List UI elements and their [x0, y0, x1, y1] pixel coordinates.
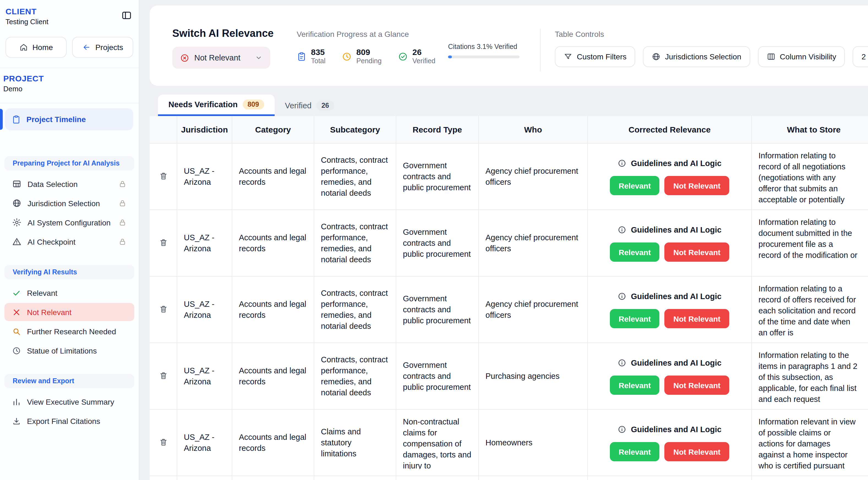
page-size-button[interactable]: 2 [852, 46, 868, 67]
item-label: Export Final Citations [27, 416, 100, 425]
tab-label: Verified [285, 101, 312, 110]
sidebar-item-statue-of-limitations[interactable]: Statue of Limitations [4, 341, 134, 359]
project-header: PROJECT Demo [0, 68, 139, 93]
relevant-button[interactable]: Relevant [610, 442, 660, 461]
sidebar-item-ai-checkpoint[interactable]: AI Checkpoint [4, 233, 134, 251]
not-relevant-button[interactable]: Not Relevant [664, 376, 729, 395]
active-indicator [0, 109, 3, 130]
info-icon [618, 159, 626, 168]
sidebar-item-export-final-citations[interactable]: Export Final Citations [4, 412, 134, 430]
lock-icon [118, 238, 127, 246]
cell-record-type: Non-contractual claims for compensation … [396, 410, 479, 476]
clock-icon [342, 52, 352, 61]
sidebar-item-jurisdiction-selection[interactable]: Jurisdiction Selection [4, 194, 134, 212]
relevant-button[interactable]: Relevant [610, 309, 660, 328]
relevant-button[interactable]: Relevant [610, 242, 660, 262]
divider [540, 29, 540, 71]
relevance-dropdown-value: Not Relevant [194, 53, 241, 62]
item-label: AI Checkpoint [28, 237, 75, 246]
guidelines-link[interactable]: Guidelines and AI Logic [618, 424, 721, 435]
tab-needs-verification[interactable]: Needs Verification 809 [158, 95, 274, 116]
sidebar-item-project-timeline[interactable]: Project Timeline [0, 108, 139, 131]
tab-verified[interactable]: Verified 26 [274, 95, 345, 116]
delete-row-button[interactable] [157, 435, 170, 450]
guidelines-link[interactable]: Guidelines and AI Logic [618, 357, 721, 368]
column-visibility-button[interactable]: Column Visibility [758, 46, 845, 67]
citations-progress: Citations 3.1% Verified [448, 43, 520, 58]
info-icon [618, 358, 626, 367]
button-label: Custom Filters [577, 52, 626, 61]
col-subcategory: Subcategory [314, 116, 396, 143]
relevant-button[interactable]: Relevant [610, 376, 660, 395]
item-label: Not Relevant [27, 308, 71, 316]
item-label: Jurisdiction Selection [28, 199, 100, 208]
not-relevant-button[interactable]: Not Relevant [664, 176, 729, 195]
table-icon [12, 179, 22, 188]
sidebar-item-not-relevant[interactable]: Not Relevant [4, 303, 134, 321]
col-record-type: Record Type [396, 116, 479, 143]
guidelines-link[interactable]: Guidelines and AI Logic [618, 224, 721, 235]
col-jurisdiction: Jurisdiction [177, 116, 232, 143]
sidebar-item-further-research-needed[interactable]: Further Research Needed [4, 322, 134, 340]
cell-category: Accounts and legal records [232, 410, 314, 476]
cell-subcategory: Contracts, contract performance, remedie… [314, 343, 396, 409]
client-label: CLIENT [5, 7, 49, 16]
sidebar-item-ai-system-configuration[interactable]: AI System Configuration [4, 213, 134, 232]
progress-title: Verification Progress at a Glance [297, 30, 435, 38]
delete-row-button[interactable] [157, 169, 170, 184]
table-header-row: Jurisdiction Category Subcategory Record… [150, 116, 868, 143]
cell-what-to-store: Information relating to a record of offe… [752, 277, 868, 343]
gear-icon [12, 218, 22, 227]
delete-row-button[interactable] [157, 302, 170, 317]
cell-subcategory: Contracts, contract performance, remedie… [314, 210, 396, 276]
delete-row-button[interactable] [157, 236, 170, 250]
not-relevant-button[interactable]: Not Relevant [664, 242, 729, 262]
button-label: Column Visibility [780, 52, 836, 61]
check-icon [12, 288, 21, 297]
trash-icon [159, 238, 167, 247]
table-row: US_AZ - Arizona Accounts and legal recor… [150, 410, 868, 476]
cell-corrected-relevance: Guidelines and AI Logic Relevant Not Rel… [588, 410, 752, 476]
item-label: Statue of Limitations [27, 346, 97, 355]
sidebar-item-relevant[interactable]: Relevant [4, 284, 134, 302]
not-relevant-button[interactable]: Not Relevant [664, 442, 729, 461]
item-label: Relevant [27, 288, 58, 297]
guidelines-label: Guidelines and AI Logic [631, 357, 721, 368]
tab-bar: Needs Verification 809 Verified 26 [158, 95, 345, 116]
home-button[interactable]: Home [5, 37, 67, 58]
progress-bar [448, 56, 520, 58]
stat-pending: 809Pending [342, 47, 382, 65]
trash-icon [159, 437, 167, 446]
section-heading-preparing: Preparing Project for AI Analysis [4, 156, 134, 170]
cell-record-type: Government contracts and public procurem… [396, 343, 479, 409]
delete-row-button[interactable] [157, 369, 170, 383]
relevance-dropdown[interactable]: Not Relevant [172, 47, 270, 69]
guidelines-label: Guidelines and AI Logic [631, 424, 721, 435]
cell-record-type: Government contracts and public procurem… [396, 210, 479, 276]
timeline-label: Project Timeline [26, 115, 86, 124]
item-label: AI System Configuration [28, 218, 111, 227]
bar-chart-icon [12, 397, 21, 406]
relevant-button[interactable]: Relevant [610, 176, 660, 195]
cell-subcategory: Contracts, contract performance, remedie… [314, 277, 396, 343]
stat-value: 809 [356, 47, 382, 57]
guidelines-label: Guidelines and AI Logic [631, 224, 721, 235]
sidebar: CLIENT Testing Client Home Projects PROJ… [0, 0, 139, 480]
table-controls-title: Table Controls [555, 30, 868, 38]
cell-category: Accounts and legal records [232, 143, 314, 209]
sidebar-toggle-button[interactable] [120, 9, 133, 24]
not-relevant-button[interactable]: Not Relevant [664, 309, 729, 328]
jurisdictions-selection-button[interactable]: Jurisdictions Selection [643, 46, 750, 67]
projects-button[interactable]: Projects [72, 37, 133, 58]
sidebar-item-view-executive-summary[interactable]: View Executive Summary [4, 392, 134, 411]
col-actions [150, 116, 177, 143]
sidebar-item-data-selection[interactable]: Data Selection [4, 175, 134, 193]
guidelines-label: Guidelines and AI Logic [631, 291, 721, 302]
guidelines-link[interactable]: Guidelines and AI Logic [618, 158, 721, 169]
projects-label: Projects [95, 43, 123, 52]
filter-icon [564, 52, 572, 61]
table-row: US_AZ - Arizona Accounts and legal recor… [150, 343, 868, 410]
guidelines-link[interactable]: Guidelines and AI Logic [618, 291, 721, 302]
switch-ai-relevance-title: Switch AI Relevance [172, 28, 274, 40]
custom-filters-button[interactable]: Custom Filters [555, 46, 635, 67]
